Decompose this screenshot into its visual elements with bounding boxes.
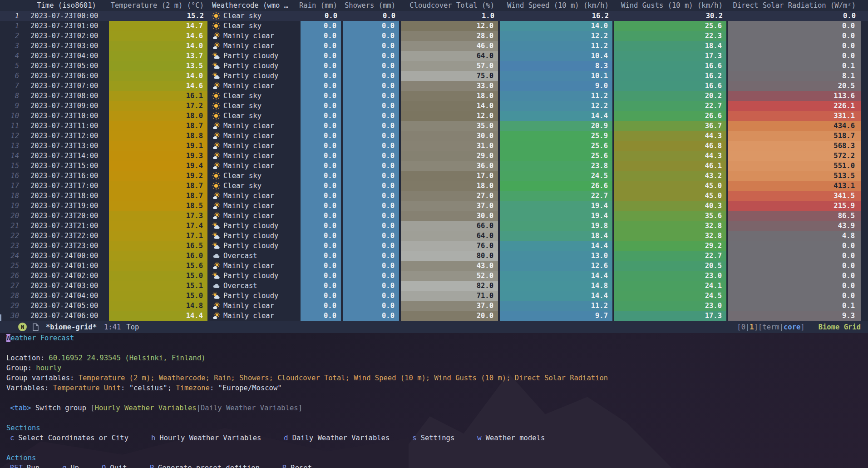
- sun-small-cloud-icon: [212, 142, 220, 150]
- table-row[interactable]: 302023-07-24T06:0014.4Mainly clear0.00.0…: [0, 311, 868, 321]
- table-cell-num: 3: [0, 41, 25, 51]
- table-row[interactable]: 162023-07-23T16:0019.2Clear sky0.00.017.…: [0, 171, 868, 181]
- table-cell-rain: 0.0: [300, 241, 342, 251]
- table-row[interactable]: 62023-07-23T06:0014.0Partly cloudy0.00.0…: [0, 71, 868, 81]
- sun-small-cloud-icon: [212, 192, 220, 200]
- keybinding[interactable]: P: [150, 464, 154, 468]
- inactive-group-tab[interactable]: Daily Weather Variables: [201, 404, 298, 412]
- table-cell-num: 10: [0, 111, 25, 121]
- table-cell-temp: 14.0: [108, 71, 208, 81]
- tab-key[interactable]: <tab>: [10, 404, 31, 412]
- active-group-tab[interactable]: Hourly Weather Variables: [95, 404, 197, 412]
- sun-icon: [212, 102, 220, 110]
- table-row[interactable]: 282023-07-24T04:0015.0Partly cloudy0.00.…: [0, 291, 868, 301]
- keybinding[interactable]: c: [10, 434, 14, 442]
- table-cell-solar: 0.0: [727, 51, 862, 61]
- group-switcher[interactable]: <tab> Switch group [Hourly Weather Varia…: [0, 403, 868, 413]
- action-r[interactable]: RReset: [282, 463, 312, 468]
- table-cell-showers: 0.0: [342, 151, 400, 161]
- keybinding[interactable]: w: [477, 434, 481, 442]
- table-row[interactable]: 112023-07-23T11:0018.7Mainly clear0.00.0…: [0, 121, 868, 131]
- table-row[interactable]: 82023-07-23T08:0016.1Clear sky0.00.018.0…: [0, 91, 868, 101]
- table-row[interactable]: 142023-07-23T14:0019.3Mainly clear0.00.0…: [0, 151, 868, 161]
- table-row[interactable]: 172023-07-23T17:0018.7Clear sky0.00.018.…: [0, 181, 868, 191]
- section-d[interactable]: dDaily Weather Variables: [284, 433, 390, 443]
- table-cell-rain: 0.0: [300, 161, 342, 171]
- table-cell-showers: 0.0: [342, 81, 400, 91]
- table-row[interactable]: 212023-07-23T21:0017.4Partly cloudy0.00.…: [0, 221, 868, 231]
- action-q[interactable]: QQuit: [102, 463, 127, 468]
- table-row[interactable]: 182023-07-23T18:0018.7Mainly clear0.00.0…: [0, 191, 868, 201]
- table-row[interactable]: 272023-07-24T03:0015.1Overcast0.00.082.0…: [0, 281, 868, 291]
- action-ret[interactable]: RETRun: [10, 463, 39, 468]
- table-row[interactable]: 52023-07-23T05:0013.5Partly cloudy0.00.0…: [0, 61, 868, 71]
- table-cell-time: 2023-07-23T12:00: [25, 131, 108, 141]
- table-row[interactable]: 32023-07-23T03:0014.0Mainly clear0.00.04…: [0, 41, 868, 51]
- table-cell-code: Partly cloudy: [208, 71, 300, 81]
- table-row[interactable]: 22023-07-23T02:0014.6Mainly clear0.00.02…: [0, 31, 868, 41]
- sun-small-cloud-icon: [212, 202, 220, 210]
- action-p[interactable]: PGenerate preset defition: [150, 463, 260, 468]
- table-row[interactable]: 12023-07-23T01:0014.7Clear sky0.00.012.0…: [0, 21, 868, 31]
- table-row[interactable]: 192023-07-23T19:0018.5Mainly clear0.00.0…: [0, 201, 868, 211]
- table-row[interactable]: 292023-07-24T05:0014.8Mainly clear0.00.0…: [0, 301, 868, 311]
- table-cell-code: Mainly clear: [208, 81, 300, 91]
- table-row[interactable]: 102023-07-23T10:0018.0Clear sky0.00.012.…: [0, 111, 868, 121]
- table-row[interactable]: 42023-07-23T04:0013.7Partly cloudy0.00.0…: [0, 51, 868, 61]
- weathercode-label: Mainly clear: [223, 162, 274, 170]
- table-cell-code: Mainly clear: [208, 191, 300, 201]
- table-cell-num: 18: [0, 191, 25, 201]
- weathercode-label: Mainly clear: [223, 312, 274, 320]
- buffer-name: *biome-grid*: [46, 323, 97, 331]
- section-w[interactable]: wWeather models: [477, 433, 545, 443]
- table-row[interactable]: 72023-07-23T07:0014.6Mainly clear0.00.03…: [0, 81, 868, 91]
- table-cell-code: Mainly clear: [208, 131, 300, 141]
- table-cell-showers: 0.0: [342, 271, 400, 281]
- table-cell-wind: 11.2: [499, 41, 613, 51]
- table-cell-gust: 20.5: [613, 261, 727, 271]
- section-c[interactable]: cSelect Coordinates or City: [10, 433, 128, 443]
- keybinding[interactable]: R: [282, 464, 286, 468]
- keybinding[interactable]: q: [62, 464, 66, 468]
- sun-behind-cloud-icon: [212, 242, 220, 250]
- section-s[interactable]: sSettings: [412, 433, 454, 443]
- modeline: N *biome-grid* 1:41 Top [0|1][term|core]…: [0, 321, 868, 333]
- table-row-current[interactable]: 12023-07-23T00:0015.2Clear sky0.00.01.01…: [0, 11, 868, 21]
- table-row[interactable]: 262023-07-24T02:0015.0Partly cloudy0.00.…: [0, 271, 868, 281]
- table-row[interactable]: 252023-07-24T01:0015.6Mainly clear0.00.0…: [0, 261, 868, 271]
- table-cell-temp: 18.7: [108, 191, 208, 201]
- table-cell-rain: 0.0: [300, 121, 342, 131]
- table-row[interactable]: 152023-07-23T15:0019.4Mainly clear0.00.0…: [0, 161, 868, 171]
- table-cell-solar: 0.0: [727, 271, 862, 281]
- table-row[interactable]: 132023-07-23T13:0019.1Mainly clear0.00.0…: [0, 141, 868, 151]
- keybinding[interactable]: RET: [10, 464, 23, 468]
- keybinding-label: Select Coordinates or City: [18, 434, 128, 442]
- weathercode-label: Mainly clear: [223, 152, 274, 160]
- keybinding[interactable]: s: [412, 434, 416, 442]
- table-row[interactable]: 232023-07-23T23:0016.5Partly cloudy0.00.…: [0, 241, 868, 251]
- table-cell-solar: 226.1: [727, 101, 862, 111]
- table-row[interactable]: 222023-07-23T22:0017.1Partly cloudy0.00.…: [0, 231, 868, 241]
- action-q[interactable]: qUp: [62, 463, 79, 468]
- section-h[interactable]: hHourly Weather Variables: [151, 433, 261, 443]
- table-cell-wind: 11.2: [499, 301, 613, 311]
- keybinding[interactable]: d: [284, 434, 288, 442]
- table-cell-rain: 0.0: [300, 211, 342, 221]
- table-cell-solar: 8.1: [727, 71, 862, 81]
- table-row[interactable]: 202023-07-23T20:0017.3Mainly clear0.00.0…: [0, 211, 868, 221]
- keybinding[interactable]: Q: [102, 464, 106, 468]
- table-cell-num: 17: [0, 181, 25, 191]
- table-row[interactable]: 92023-07-23T09:0017.2Clear sky0.00.014.0…: [0, 101, 868, 111]
- table-cell-cloud: 71.0: [400, 291, 499, 301]
- table-cell-showers: 0.0: [342, 21, 400, 31]
- table-row[interactable]: 242023-07-24T00:0016.0Overcast0.00.080.0…: [0, 251, 868, 261]
- page-title: Weather Forecast: [0, 333, 868, 343]
- table-cell-solar: 331.1: [727, 111, 862, 121]
- table-row[interactable]: 122023-07-23T12:0018.8Mainly clear0.00.0…: [0, 131, 868, 141]
- keybinding[interactable]: h: [151, 434, 155, 442]
- table-cell-gust: 16.6: [613, 61, 727, 71]
- table-cell-showers: 0.0: [342, 51, 400, 61]
- table-header-row: Time (iso8601)Temperature (2 m) (°C)Weat…: [0, 0, 868, 11]
- table-cell-solar: 9.3: [727, 311, 862, 321]
- weathercode-label: Clear sky: [223, 92, 261, 100]
